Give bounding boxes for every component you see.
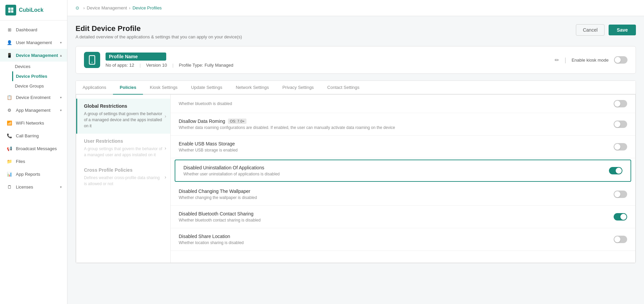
sidebar-item-devices[interactable]: Devices: [15, 62, 67, 71]
sidebar-item-broadcast-messages[interactable]: 📢 Broadcast Messages: [0, 142, 67, 155]
toggle-disabled-uninstallation[interactable]: [609, 167, 622, 174]
version: Version 10: [146, 63, 167, 68]
toggle-knob: [614, 191, 620, 197]
breadcrumb-current: Device Profiles: [133, 5, 162, 10]
home-icon[interactable]: ⊙: [76, 5, 79, 10]
toggle-knob: [620, 214, 626, 220]
svg-rect-0: [8, 8, 11, 10]
policy-info: Disabled Changing The Wallpaper Whether …: [179, 189, 614, 200]
policy-info: Disallow Data Roming OS: 7.0+ Whether da…: [179, 119, 614, 130]
page: Edit Device Profile A detailed overview …: [67, 16, 644, 304]
sidebar-item-label: Device Management: [16, 53, 58, 58]
policy-item-enable-usb-mass-storage: Enable USB Mass Storage Whether USB stor…: [171, 136, 635, 158]
profile-card: No of apps: 12 | Version 10 | Profile Ty…: [76, 46, 636, 74]
toggle-disabled-bluetooth-contact-sharing[interactable]: [614, 213, 627, 221]
sidebar-item-device-groups[interactable]: Device Groups: [15, 81, 67, 91]
sidebar-item-label: WiFi Networks: [16, 121, 44, 126]
policy-name: Disabled Uninstallation Of Applications: [183, 165, 609, 170]
toggle-knob: [614, 144, 620, 150]
tab-privacy-settings[interactable]: Privacy Settings: [275, 81, 320, 95]
profile-name-input[interactable]: [106, 53, 166, 61]
policy-item-disabled-share-location: Disabled Share Location Whether location…: [171, 228, 635, 251]
version-value: 10: [162, 63, 167, 68]
sidebar-item-dashboard[interactable]: ⊞ Dashboard: [0, 23, 67, 36]
sidebar-item-device-management[interactable]: 📱 Device Management ▴: [0, 49, 67, 62]
sidebar-item-files[interactable]: 📁 Files: [0, 155, 67, 168]
toggle-disallow-data-roaming[interactable]: [614, 121, 627, 128]
svg-rect-4: [89, 56, 95, 64]
sidebar-item-licenses[interactable]: 🗒 Licenses ▾: [0, 180, 67, 193]
sidebar-item-call-barring[interactable]: 📞 Call Barring: [0, 129, 67, 142]
policy-info: Disabled Share Location Whether location…: [179, 234, 614, 245]
policy-group-title: Global Restrictions: [84, 103, 164, 109]
sidebar-item-label: Broadcast Messages: [16, 146, 57, 151]
sidebar-item-device-enrolment[interactable]: 📋 Device Enrolment ▾: [0, 91, 67, 104]
sidebar-item-app-management[interactable]: ⚙ App Management ▾: [0, 104, 67, 116]
profile-type: Profile Type: Fully Managed: [179, 63, 233, 68]
tab-network-settings[interactable]: Network Settings: [229, 81, 275, 95]
policy-name: Enable USB Mass Storage: [179, 141, 614, 146]
toggle-knob: [614, 121, 620, 127]
user-icon: 👤: [6, 39, 12, 45]
policy-info: Whether bluetooth is disabled: [179, 101, 614, 106]
breadcrumb-parent[interactable]: Device Management: [87, 5, 127, 10]
tabs: Applications Policies Kiosk Settings Upd…: [76, 81, 636, 95]
save-button[interactable]: Save: [609, 25, 636, 35]
left-panel: Global Restrictions A group of settings …: [76, 95, 171, 263]
toggle-disabled-changing-wallpaper[interactable]: [614, 191, 627, 198]
arrow-right-icon: ›: [165, 145, 166, 151]
arrow-right-icon: ›: [165, 174, 166, 180]
toggle-enable-usb-mass-storage[interactable]: [614, 143, 627, 150]
version-label: Version: [146, 63, 160, 68]
tab-kiosk-settings[interactable]: Kiosk Settings: [143, 81, 184, 95]
policy-name: Disallow Data Roming OS: 7.0+: [179, 119, 614, 124]
svg-rect-3: [11, 10, 13, 13]
main-content: ⊙ › Device Management › Device Profiles …: [67, 0, 644, 304]
sidebar-item-user-management[interactable]: 👤 User Management ▾: [0, 36, 67, 49]
tab-contact-settings[interactable]: Contact Settings: [321, 81, 366, 95]
policy-desc: Whether bluetooth is disabled: [179, 101, 614, 106]
sidebar-item-device-profiles[interactable]: Device Profiles: [12, 71, 67, 81]
policy-desc: Whether bluetooth contact sharing is dis…: [179, 218, 614, 223]
edit-icon[interactable]: ✏: [555, 57, 559, 63]
content-area: Global Restrictions A group of settings …: [76, 95, 636, 263]
sidebar-item-label: App Management: [16, 108, 51, 113]
cancel-button[interactable]: Cancel: [576, 24, 605, 36]
toggle-disabled-share-location[interactable]: [614, 236, 627, 243]
policy-name: Disabled Bluetooth Contact Sharing: [179, 211, 614, 216]
svg-rect-2: [8, 10, 11, 13]
sidebar-item-label: Licenses: [16, 184, 33, 190]
files-icon: 📁: [6, 158, 12, 164]
device-icon: 📱: [6, 52, 12, 58]
kiosk-mode-label: Enable kiosk mode: [572, 58, 609, 63]
tab-update-settings[interactable]: Update Settings: [184, 81, 229, 95]
policy-desc: Whether data roaming configurations are …: [179, 125, 614, 130]
grid-icon: ⊞: [6, 27, 12, 33]
policy-item-disabled-changing-wallpaper: Disabled Changing The Wallpaper Whether …: [171, 183, 635, 206]
sidebar-item-label: Call Barring: [16, 133, 39, 138]
policy-desc: Whether user uninstallation of applicati…: [183, 172, 609, 176]
sidebar-item-label: User Management: [16, 40, 52, 45]
sidebar-item-wifi-networks[interactable]: 📶 WiFi Networks: [0, 116, 67, 129]
svg-rect-1: [11, 8, 13, 10]
policy-info: Disabled Uninstallation Of Applications …: [183, 165, 609, 176]
policy-group-global-restrictions[interactable]: Global Restrictions A group of settings …: [76, 99, 170, 134]
toggle-knob: [616, 168, 622, 174]
toggle-bluetooth[interactable]: [614, 100, 627, 107]
profile-name-bar: No of apps: 12 | Version 10 | Profile Ty…: [106, 53, 555, 68]
policy-group-user-restrictions[interactable]: User Restrictions A group settings that …: [76, 134, 170, 163]
policy-group-desc: A group settings that govern the behavio…: [84, 146, 164, 158]
policy-name: Disabled Changing The Wallpaper: [179, 189, 614, 194]
chevron-down-icon: ▾: [60, 41, 62, 44]
tab-applications[interactable]: Applications: [76, 81, 113, 95]
policy-group-cross-profile-policies[interactable]: Cross Profile Policies Defines weather c…: [76, 163, 170, 192]
policy-item-disabled-uninstallation: Disabled Uninstallation Of Applications …: [175, 160, 631, 182]
policy-desc: Whether location sharing is disabled: [179, 240, 614, 245]
no-of-apps-value: 12: [129, 63, 134, 68]
sidebar-item-app-reports[interactable]: 📊 App Reports: [0, 168, 67, 180]
breadcrumb-sep-2: ›: [129, 5, 130, 10]
policy-item-disallow-data-roaming: Disallow Data Roming OS: 7.0+ Whether da…: [171, 113, 635, 136]
kiosk-mode-toggle[interactable]: [614, 56, 627, 64]
tab-policies[interactable]: Policies: [113, 81, 143, 95]
policy-info: Enable USB Mass Storage Whether USB stor…: [179, 141, 614, 153]
